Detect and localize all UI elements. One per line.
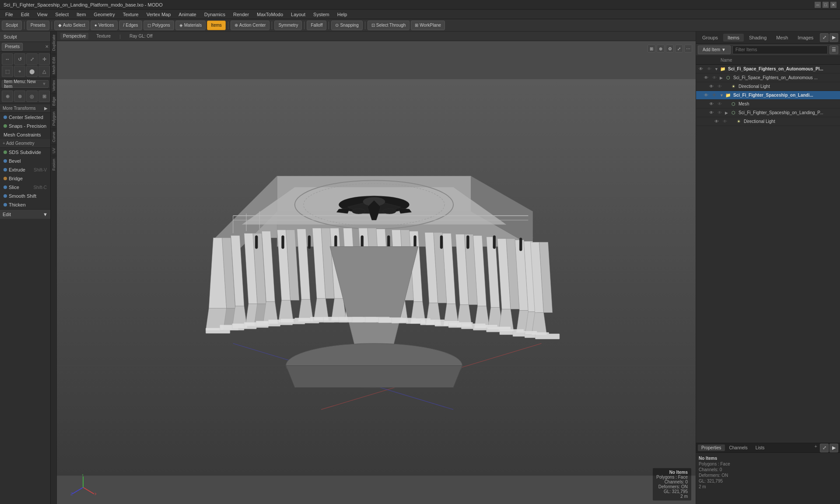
filter-items-input[interactable] — [732, 46, 828, 54]
eye-icon-ms[interactable]: 👁 — [708, 101, 714, 107]
transform-icon-3[interactable]: ◎ — [26, 91, 38, 102]
panel-tab-shading[interactable]: Shading — [745, 34, 771, 42]
vp-fit-button[interactable]: ⊞ — [648, 45, 655, 52]
panel-tab-items[interactable]: Items — [723, 34, 744, 42]
render-eye-root[interactable]: 👁 — [706, 66, 712, 72]
panel-tab-mesh[interactable]: Mesh — [772, 34, 792, 42]
menu-render[interactable]: Render — [230, 11, 252, 18]
mesh-constraints-item[interactable]: Mesh Constraints — [0, 130, 50, 139]
tree-item-root[interactable]: 👁 👁 ▼ 📁 Sci_Fi_Space_Fighters_on_Autonom… — [696, 65, 840, 74]
menu-item[interactable]: Item — [73, 11, 89, 18]
tool-scale[interactable]: ⤢ — [26, 53, 38, 65]
menu-geometry[interactable]: Geometry — [90, 11, 118, 18]
vp-expand-button[interactable]: ⤢ — [675, 45, 683, 52]
extrude-item[interactable]: Extrude Shift-V — [0, 165, 50, 174]
sds-subdivide-item[interactable]: SDS Subdivide — [0, 148, 50, 157]
menu-system[interactable]: System — [310, 11, 333, 18]
materials-button[interactable]: ◈ Materials — [175, 21, 206, 30]
side-tab-vertex[interactable]: Vertex — [51, 77, 56, 94]
side-tab-uv[interactable]: UV — [51, 145, 56, 156]
prop-maximize-btn[interactable]: ⤢ — [820, 444, 829, 452]
transform-icon-2[interactable]: ⊗ — [14, 91, 25, 102]
items-view-btn[interactable]: ☰ — [830, 46, 838, 54]
render-eye-l1m[interactable]: 👁 — [711, 75, 718, 81]
tool-rotate[interactable]: ↺ — [14, 53, 25, 65]
tool-select[interactable]: ⬚ — [2, 66, 13, 77]
presets-button[interactable]: Presets — [27, 21, 49, 30]
menu-texture[interactable]: Texture — [119, 11, 142, 18]
slice-item[interactable]: Slice Shift-C — [0, 183, 50, 192]
side-tab-duplicate[interactable]: Duplicate — [51, 32, 56, 54]
tree-item-spaceship-mesh[interactable]: 👁 👁 ▶ ⬡ Sci_Fi_Fighter_Spaceship_on_Land… — [696, 108, 840, 117]
vp-more-button[interactable]: ⋯ — [684, 45, 692, 52]
tree-item-level1-mesh[interactable]: 👁 👁 ▶ ⬡ Sci_Fi_Space_Fighters_on_Autonom… — [696, 74, 840, 82]
tool-paint[interactable]: ⬤ — [26, 66, 38, 77]
tool-transform[interactable]: ✛ — [38, 53, 50, 65]
eye-icon-root[interactable]: 👁 — [698, 66, 704, 72]
render-eye-ms[interactable]: 👁 — [717, 101, 723, 107]
side-tab-fusion[interactable]: Fusion — [51, 156, 56, 173]
render-eye-dl1[interactable]: 👁 — [717, 84, 723, 90]
tree-item-dir-light-2[interactable]: 👁 👁 ▶ ☀ Directional Light — [696, 117, 840, 126]
select-through-button[interactable]: ⊡ Select Through — [368, 21, 410, 30]
transform-icon-4[interactable]: ⊞ — [38, 91, 50, 102]
scene-area[interactable]: X Z Y No Items Polygons : Face Channels:… — [57, 41, 696, 504]
add-item-button[interactable]: Add Item ▼ — [698, 46, 731, 54]
bridge-item[interactable]: Bridge — [0, 174, 50, 183]
action-center-button[interactable]: ⊕ Action Center — [231, 21, 270, 30]
viewport[interactable]: Perspective Texture | Ray GL: Off ⊞ ⊕ ⚙ … — [57, 32, 696, 504]
eye-icon-sg[interactable]: 👁 — [703, 92, 709, 98]
smooth-shift-item[interactable]: Smooth Shift — [0, 192, 50, 200]
vp-perspective-tab[interactable]: Perspective — [60, 33, 88, 39]
eye-icon-dl1[interactable]: 👁 — [708, 84, 714, 90]
menu-layout[interactable]: Layout — [287, 11, 309, 18]
side-tab-edge[interactable]: Edge — [51, 94, 56, 108]
menu-animate[interactable]: Animate — [175, 11, 200, 18]
vp-zoom-button[interactable]: ⊕ — [657, 45, 665, 52]
window-controls[interactable]: ─ □ ✕ — [815, 2, 836, 8]
items-button[interactable]: Items — [207, 21, 225, 30]
presets-button-left[interactable]: Presets — [2, 43, 23, 51]
polygons-button[interactable]: ◻ Polygons — [144, 21, 174, 30]
tree-item-spaceship-group[interactable]: 👁 👁 ▼ 📁 Sci_Fi_Fighter_Spaceship_on_Land… — [696, 91, 840, 100]
menu-help[interactable]: Help — [334, 11, 351, 18]
maximize-button[interactable]: □ — [822, 2, 829, 8]
vp-texture-tab[interactable]: Texture — [94, 33, 113, 39]
vp-settings-button[interactable]: ⚙ — [666, 45, 674, 52]
falloff-button[interactable]: Falloff — [307, 21, 326, 30]
eye-icon-l1m[interactable]: 👁 — [703, 75, 709, 81]
more-transforms-header[interactable]: More Transforms ▶ — [0, 104, 50, 113]
side-tab-mesh-edit[interactable]: Mesh Edit — [51, 54, 56, 77]
prop-tab-lists[interactable]: Lists — [752, 444, 768, 451]
side-tab-polygon[interactable]: Polygon — [51, 108, 56, 129]
eye-icon-sm[interactable]: 👁 — [708, 110, 714, 116]
render-eye-sm[interactable]: 👁 — [717, 110, 723, 116]
tree-item-dir-light-1[interactable]: 👁 👁 ▶ ☀ Directional Light — [696, 82, 840, 91]
menu-dynamics[interactable]: Dynamics — [201, 11, 229, 18]
side-tab-curve[interactable]: Curve — [51, 129, 56, 145]
tool-sculpt[interactable]: △ — [38, 66, 50, 77]
tool-move[interactable]: ↔ — [2, 53, 13, 65]
prop-expand-btn[interactable]: + — [813, 444, 819, 452]
panel-tab-images[interactable]: Images — [793, 34, 818, 42]
item-menu-button[interactable]: Item Menu: New Item ▼ — [2, 80, 49, 88]
sculpt-button[interactable]: Sculpt — [2, 21, 22, 30]
workplane-button[interactable]: ⊞ WorkPlane — [411, 21, 445, 30]
prop-tab-channels[interactable]: Channels — [726, 444, 751, 451]
transform-icon-1[interactable]: ⊕ — [2, 91, 13, 102]
menu-maxtomodo[interactable]: MaxToModo — [253, 11, 287, 18]
center-selected-item[interactable]: Center Selected — [0, 113, 50, 122]
edit-dropdown[interactable]: Edit ▼ — [0, 209, 50, 219]
eye-icon-dl2[interactable]: 👁 — [714, 119, 720, 125]
edges-button[interactable]: / Edges — [119, 21, 142, 30]
thicken-item[interactable]: Thicken — [0, 200, 50, 209]
menu-edit[interactable]: Edit — [18, 11, 33, 18]
panel-more-btn[interactable]: ▶ — [830, 33, 838, 42]
close-button[interactable]: ✕ — [830, 2, 836, 8]
minimize-button[interactable]: ─ — [815, 2, 821, 8]
menu-view[interactable]: View — [34, 11, 51, 18]
prop-more-btn[interactable]: ▶ — [830, 444, 838, 452]
snaps-precision-item[interactable]: Snaps - Precision — [0, 122, 50, 130]
symmetry-button[interactable]: Symmetry — [274, 21, 302, 30]
add-geometry-header[interactable]: + Add Geometry — [0, 139, 50, 148]
